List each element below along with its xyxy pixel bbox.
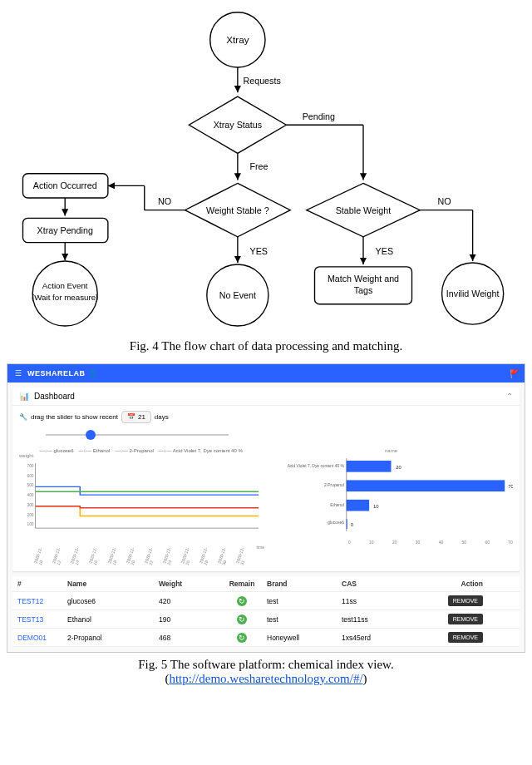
refresh-icon[interactable]: ↻ [237,633,247,643]
svg-text:2-Propanol: 2-Propanol [324,483,344,487]
flowchart-figure: Xtray Requests Xtray Status Free Pending… [7,3,525,328]
slider-prompt: drag the slider to show recent [31,413,118,421]
svg-text:Weight Stable ?: Weight Stable ? [206,205,269,215]
figure5-caption: Fig. 5 The software platform: chemical i… [7,658,525,686]
svg-text:200: 200 [27,513,33,517]
svg-text:NO: NO [437,196,451,206]
svg-text:400: 400 [27,493,33,497]
days-selector[interactable]: 📅 21 [121,411,151,423]
svg-rect-57 [347,480,505,491]
svg-text:70: 70 [508,484,513,489]
row-id-link[interactable]: TEST12 [17,597,67,605]
svg-text:Action Occurred: Action Occurred [33,180,97,190]
bar-xticks: 010 2030 4050 6070 [269,540,513,545]
refresh-icon[interactable]: ↻ [237,614,247,624]
svg-text:700: 700 [27,464,33,468]
svg-text:Xtray Pending: Xtray Pending [37,225,93,235]
days-value: 21 [138,413,145,421]
table-row: TEST12 glucose6420 ↻ test11ss REMOVE [12,592,520,610]
svg-text:600: 600 [27,474,33,478]
row-id-link[interactable]: DEMO01 [17,634,67,642]
svg-text:10: 10 [373,504,379,509]
row-id-link[interactable]: TEST13 [17,615,67,624]
line-xticks: 2020-12-102020-12-12 2020-12-142020-12-1… [19,545,263,565]
svg-text:Match Weight and: Match Weight and [328,274,399,284]
svg-text:500: 500 [27,483,33,487]
svg-text:0: 0 [351,522,354,527]
svg-text:YES: YES [249,246,267,256]
user-icon[interactable]: 👤 [88,369,97,378]
bar-chart: name Acid Violet 7, Dye content 40 % 2-P… [269,448,513,565]
svg-text:20: 20 [396,465,401,470]
flag-icon[interactable]: 🚩 [510,369,520,378]
svg-text:(Wait for measure): (Wait for measure) [32,293,98,302]
svg-text:Stable Weight: Stable Weight [336,205,392,215]
days-slider[interactable] [46,428,229,442]
refresh-icon[interactable]: ↻ [237,596,247,606]
remove-button[interactable]: REMOVE [448,632,483,643]
line-legend: glucose6Ethanol 2-PropanolAcid Violet 7,… [19,448,263,453]
table-header: #Name WeightRemain BrandCAS Action [12,576,520,592]
svg-text:100: 100 [27,522,33,526]
figure4-caption: Fig. 4 The flow chart of data processing… [7,339,525,353]
svg-text:YES: YES [376,246,393,256]
svg-text:glucose6: glucose6 [328,521,344,525]
dashboard-panel: 📊 Dashboard ⌃ 🔧 drag the slider to show … [12,387,520,571]
chevron-up-icon[interactable]: ⌃ [506,392,513,401]
brand-label: WESHARELAB [27,369,86,378]
svg-text:NO: NO [158,196,171,206]
table-row: TEST13 Ethanol190 ↻ testtest11ss REMOVE [12,610,520,629]
svg-text:Free: Free [249,161,268,171]
svg-text:Xtray: Xtray [226,34,249,45]
svg-rect-59 [347,500,369,511]
chemical-table: #Name WeightRemain BrandCAS Action TEST1… [12,576,520,647]
hamburger-icon[interactable]: ☰ [12,369,24,378]
svg-text:Tags: Tags [354,285,373,295]
dashboard-title: Dashboard [34,392,75,401]
app-topbar: ☰ WESHARELAB 👤 🚩 [7,364,525,382]
days-label: days [155,413,169,421]
svg-text:Invilid Weight: Invilid Weight [446,289,500,299]
line-chart: glucose6Ethanol 2-PropanolAcid Violet 7,… [19,448,263,565]
svg-text:Xtray Status: Xtray Status [214,120,262,130]
wrench-icon: 🔧 [19,413,27,421]
software-screenshot: ☰ WESHARELAB 👤 🚩 📊 Dashboard ⌃ 🔧 drag th… [7,363,525,653]
demo-link[interactable]: http://demo.wesharetechnology.com/#/ [169,672,362,685]
svg-text:Ethanol: Ethanol [330,503,344,507]
bars-icon: 📊 [19,392,29,401]
svg-text:Pending: Pending [303,111,335,121]
remove-button[interactable]: REMOVE [448,595,483,606]
svg-text:No Event: No Event [219,290,256,300]
table-row: DEMO01 2-Propanol468 ↻ Honeywell1xs45erd… [12,629,520,647]
calendar-icon: 📅 [127,413,135,421]
remove-button[interactable]: REMOVE [448,614,483,624]
svg-text:300: 300 [27,503,33,507]
svg-text:Requests: Requests [243,76,280,86]
svg-text:Action Event: Action Event [42,281,88,290]
svg-rect-55 [347,461,392,472]
svg-text:Acid Violet 7, Dye content 40 : Acid Violet 7, Dye content 40 % [288,464,345,468]
